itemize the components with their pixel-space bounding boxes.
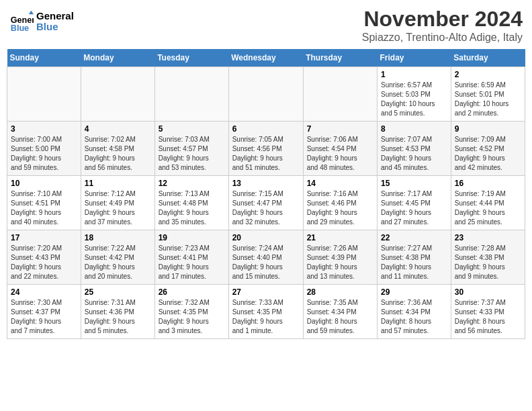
logo-text-general: General (36, 11, 74, 22)
day-info: Sunrise: 7:27 AM Sunset: 4:38 PM Dayligh… (381, 244, 447, 281)
weekday-wednesday: Wednesday (228, 49, 303, 67)
calendar-table: SundayMondayTuesdayWednesdayThursdayFrid… (7, 49, 525, 339)
day-number: 2 (455, 70, 521, 79)
day-info: Sunrise: 7:33 AM Sunset: 4:35 PM Dayligh… (232, 298, 300, 336)
calendar-cell: 23Sunrise: 7:28 AM Sunset: 4:38 PM Dayli… (451, 230, 525, 285)
day-info: Sunrise: 7:24 AM Sunset: 4:40 PM Dayligh… (232, 244, 300, 281)
calendar-cell: 2Sunrise: 6:59 AM Sunset: 5:01 PM Daylig… (451, 67, 525, 122)
day-number: 13 (232, 179, 300, 188)
calendar-cell: 24Sunrise: 7:30 AM Sunset: 4:37 PM Dayli… (7, 285, 81, 339)
day-info: Sunrise: 6:57 AM Sunset: 5:03 PM Dayligh… (381, 81, 447, 118)
title-area: November 2024 Spiazzo, Trentino-Alto Adi… (362, 7, 523, 44)
day-info: Sunrise: 7:37 AM Sunset: 4:33 PM Dayligh… (455, 298, 521, 336)
calendar-cell: 17Sunrise: 7:20 AM Sunset: 4:43 PM Dayli… (7, 230, 81, 285)
week-row-2: 3Sunrise: 7:00 AM Sunset: 5:00 PM Daylig… (7, 122, 525, 176)
calendar-cell: 20Sunrise: 7:24 AM Sunset: 4:40 PM Dayli… (228, 230, 303, 285)
calendar-cell (81, 67, 154, 122)
weekday-tuesday: Tuesday (154, 49, 228, 67)
weekday-thursday: Thursday (303, 49, 377, 67)
day-number: 1 (381, 70, 447, 79)
weekday-header-row: SundayMondayTuesdayWednesdayThursdayFrid… (7, 49, 525, 67)
day-info: Sunrise: 7:05 AM Sunset: 4:56 PM Dayligh… (232, 135, 300, 173)
month-title: November 2024 (362, 7, 523, 32)
calendar-cell: 30Sunrise: 7:37 AM Sunset: 4:33 PM Dayli… (451, 285, 525, 339)
day-number: 9 (455, 124, 521, 134)
logo: General Blue General Blue (9, 9, 74, 34)
day-number: 29 (381, 287, 447, 297)
day-info: Sunrise: 7:09 AM Sunset: 4:52 PM Dayligh… (455, 135, 521, 173)
day-info: Sunrise: 7:20 AM Sunset: 4:43 PM Dayligh… (11, 244, 77, 281)
day-number: 30 (455, 287, 521, 297)
calendar-cell: 4Sunrise: 7:02 AM Sunset: 4:58 PM Daylig… (81, 122, 154, 176)
day-number: 12 (159, 179, 225, 188)
calendar-cell: 14Sunrise: 7:16 AM Sunset: 4:46 PM Dayli… (303, 176, 377, 230)
calendar-body: 1Sunrise: 6:57 AM Sunset: 5:03 PM Daylig… (7, 67, 525, 339)
day-info: Sunrise: 7:35 AM Sunset: 4:34 PM Dayligh… (307, 298, 373, 336)
calendar-cell (7, 67, 81, 122)
calendar-cell: 1Sunrise: 6:57 AM Sunset: 5:03 PM Daylig… (378, 67, 451, 122)
day-number: 14 (307, 179, 373, 188)
calendar-cell: 5Sunrise: 7:03 AM Sunset: 4:57 PM Daylig… (154, 122, 228, 176)
day-number: 19 (159, 233, 225, 242)
weekday-monday: Monday (81, 49, 154, 67)
calendar-cell: 15Sunrise: 7:17 AM Sunset: 4:45 PM Dayli… (378, 176, 451, 230)
calendar-cell: 10Sunrise: 7:10 AM Sunset: 4:51 PM Dayli… (7, 176, 81, 230)
logo-icon: General Blue (9, 9, 34, 34)
day-info: Sunrise: 7:31 AM Sunset: 4:36 PM Dayligh… (85, 298, 151, 336)
calendar-cell: 13Sunrise: 7:15 AM Sunset: 4:47 PM Dayli… (228, 176, 303, 230)
calendar-cell: 21Sunrise: 7:26 AM Sunset: 4:39 PM Dayli… (303, 230, 377, 285)
day-number: 3 (11, 124, 77, 134)
calendar-cell: 3Sunrise: 7:00 AM Sunset: 5:00 PM Daylig… (7, 122, 81, 176)
day-number: 28 (307, 287, 373, 297)
calendar-cell: 28Sunrise: 7:35 AM Sunset: 4:34 PM Dayli… (303, 285, 377, 339)
weekday-friday: Friday (378, 49, 451, 67)
day-info: Sunrise: 7:19 AM Sunset: 4:44 PM Dayligh… (455, 189, 521, 227)
day-number: 15 (381, 179, 447, 188)
day-number: 22 (381, 233, 447, 242)
calendar-cell: 27Sunrise: 7:33 AM Sunset: 4:35 PM Dayli… (228, 285, 303, 339)
calendar-cell: 19Sunrise: 7:23 AM Sunset: 4:41 PM Dayli… (154, 230, 228, 285)
day-info: Sunrise: 7:10 AM Sunset: 4:51 PM Dayligh… (11, 189, 77, 227)
calendar-cell: 16Sunrise: 7:19 AM Sunset: 4:44 PM Dayli… (451, 176, 525, 230)
day-number: 8 (381, 124, 447, 134)
calendar-cell: 26Sunrise: 7:32 AM Sunset: 4:35 PM Dayli… (154, 285, 228, 339)
day-info: Sunrise: 7:16 AM Sunset: 4:46 PM Dayligh… (307, 189, 373, 227)
calendar-cell: 25Sunrise: 7:31 AM Sunset: 4:36 PM Dayli… (81, 285, 154, 339)
day-number: 23 (455, 233, 521, 242)
day-number: 18 (85, 233, 151, 242)
week-row-3: 10Sunrise: 7:10 AM Sunset: 4:51 PM Dayli… (7, 176, 525, 230)
day-info: Sunrise: 7:17 AM Sunset: 4:45 PM Dayligh… (381, 189, 447, 227)
day-number: 17 (11, 233, 77, 242)
day-info: Sunrise: 7:32 AM Sunset: 4:35 PM Dayligh… (159, 298, 225, 336)
logo-text-blue: Blue (36, 21, 74, 33)
day-number: 16 (455, 179, 521, 188)
day-number: 20 (232, 233, 300, 242)
day-number: 10 (11, 179, 77, 188)
day-info: Sunrise: 7:06 AM Sunset: 4:54 PM Dayligh… (307, 135, 373, 173)
day-number: 26 (159, 287, 225, 297)
day-info: Sunrise: 7:02 AM Sunset: 4:58 PM Dayligh… (85, 135, 151, 173)
calendar-cell (154, 67, 228, 122)
calendar-cell: 18Sunrise: 7:22 AM Sunset: 4:42 PM Dayli… (81, 230, 154, 285)
day-number: 24 (11, 287, 77, 297)
location-title: Spiazzo, Trentino-Alto Adige, Italy (362, 32, 523, 44)
week-row-5: 24Sunrise: 7:30 AM Sunset: 4:37 PM Dayli… (7, 285, 525, 339)
day-info: Sunrise: 7:00 AM Sunset: 5:00 PM Dayligh… (11, 135, 77, 173)
day-info: Sunrise: 7:22 AM Sunset: 4:42 PM Dayligh… (85, 244, 151, 281)
calendar-cell: 9Sunrise: 7:09 AM Sunset: 4:52 PM Daylig… (451, 122, 525, 176)
day-info: Sunrise: 7:12 AM Sunset: 4:49 PM Dayligh… (85, 189, 151, 227)
calendar-cell (228, 67, 303, 122)
calendar-cell: 7Sunrise: 7:06 AM Sunset: 4:54 PM Daylig… (303, 122, 377, 176)
day-info: Sunrise: 7:36 AM Sunset: 4:34 PM Dayligh… (381, 298, 447, 336)
header: General Blue General Blue November 2024 … (7, 7, 525, 44)
day-info: Sunrise: 7:28 AM Sunset: 4:38 PM Dayligh… (455, 244, 521, 281)
calendar-cell: 11Sunrise: 7:12 AM Sunset: 4:49 PM Dayli… (81, 176, 154, 230)
day-info: Sunrise: 7:03 AM Sunset: 4:57 PM Dayligh… (159, 135, 225, 173)
day-info: Sunrise: 7:26 AM Sunset: 4:39 PM Dayligh… (307, 244, 373, 281)
day-number: 5 (159, 124, 225, 134)
weekday-saturday: Saturday (451, 49, 525, 67)
calendar-cell: 8Sunrise: 7:07 AM Sunset: 4:53 PM Daylig… (378, 122, 451, 176)
svg-text:Blue: Blue (11, 24, 29, 33)
day-number: 7 (307, 124, 373, 134)
day-info: Sunrise: 7:07 AM Sunset: 4:53 PM Dayligh… (381, 135, 447, 173)
